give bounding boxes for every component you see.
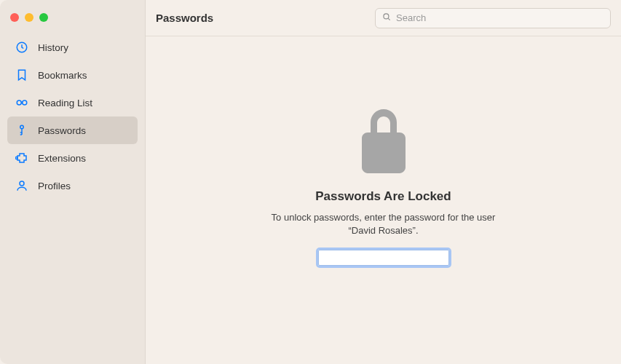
zoom-window-button[interactable] <box>39 13 48 22</box>
sidebar-item-label: Passwords <box>38 125 86 136</box>
locked-panel: Passwords Are Locked To unlock passwords… <box>146 36 621 364</box>
puzzle-icon <box>15 151 29 165</box>
svg-point-2 <box>23 100 27 105</box>
window-controls <box>0 7 145 33</box>
sidebar-item-label: Extensions <box>38 153 86 164</box>
lock-icon <box>362 109 406 176</box>
sidebar-item-label: Profiles <box>38 181 71 191</box>
bookmark-icon <box>15 68 29 82</box>
glasses-icon <box>15 95 29 110</box>
sidebar-item-bookmarks[interactable]: Bookmarks <box>7 61 138 89</box>
sidebar-nav: History Bookmarks Reading List Passwords <box>0 33 145 199</box>
svg-point-6 <box>384 13 389 18</box>
main-pane: Passwords Passwords Are Locked To unlock… <box>146 0 621 364</box>
close-window-button[interactable] <box>10 13 19 22</box>
key-icon <box>15 123 29 138</box>
sidebar-item-reading-list[interactable]: Reading List <box>7 89 138 116</box>
toolbar: Passwords <box>146 0 621 36</box>
sidebar-item-profiles[interactable]: Profiles <box>7 172 138 199</box>
svg-point-5 <box>20 181 24 186</box>
sidebar-item-passwords[interactable]: Passwords <box>7 116 138 144</box>
sidebar-item-extensions[interactable]: Extensions <box>7 144 138 172</box>
minimize-window-button[interactable] <box>25 13 33 22</box>
locked-heading: Passwords Are Locked <box>315 189 451 204</box>
search-input[interactable] <box>396 12 604 23</box>
svg-point-1 <box>17 100 21 105</box>
person-icon <box>15 178 29 193</box>
sidebar: History Bookmarks Reading List Passwords <box>0 0 146 364</box>
locked-message: To unlock passwords, enter the password … <box>267 211 500 237</box>
unlock-password-input[interactable] <box>318 250 449 266</box>
svg-point-4 <box>15 157 17 159</box>
sidebar-item-history[interactable]: History <box>7 33 138 61</box>
search-icon <box>381 12 392 25</box>
sidebar-item-label: Reading List <box>38 98 92 108</box>
sidebar-item-label: History <box>38 42 68 53</box>
svg-point-3 <box>20 125 24 129</box>
clock-icon <box>15 40 29 55</box>
sidebar-item-label: Bookmarks <box>38 70 87 81</box>
page-title: Passwords <box>156 12 213 24</box>
search-field[interactable] <box>375 8 611 28</box>
